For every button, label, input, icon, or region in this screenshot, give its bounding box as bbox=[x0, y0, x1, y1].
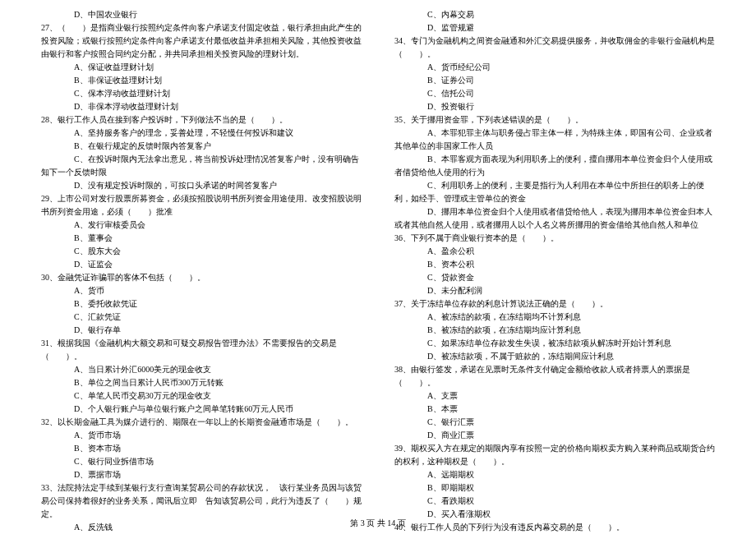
option-line: B、董事会 bbox=[41, 232, 362, 245]
option-line: D、银行存单 bbox=[41, 324, 362, 337]
option-line: A、货币经纪公司 bbox=[394, 61, 715, 74]
option-line: C、利用职务上的便利，主要是指行为人利用在本单位中所担任的职务上的便利，如经手、… bbox=[394, 179, 715, 205]
question-line: 35、关于挪用资金罪，下列表述错误的是（ ）。 bbox=[394, 113, 715, 127]
option-line: D、票据市场 bbox=[41, 468, 362, 481]
option-line: C、汇款凭证 bbox=[41, 311, 362, 324]
question-line: 32、以长期金融工具为媒介进行的、期限在一年以上的长期资金融通市场是（ ）。 bbox=[41, 416, 362, 429]
option-line: D、证监会 bbox=[41, 258, 362, 271]
question-line: 39、期权买入方在规定的期限内享有按照一定的价格向期权卖方购入某种商品或期货合约… bbox=[394, 442, 715, 468]
question-line: 36、下列不属于商业银行资本的是（ ）。 bbox=[394, 232, 715, 245]
option-line: B、委托收款凭证 bbox=[41, 297, 362, 311]
question-line: 33、法院持法定手续到某银行支行查询某贸易公司的存款状况， 该行某业务员因与该贸… bbox=[41, 481, 362, 521]
question-line: 27、（ ）是指商业银行按照约定条件向客户承诺支付固定收益，银行承担由此产生的投… bbox=[41, 21, 362, 61]
option-line: B、在银行规定的反馈时限内答复客户 bbox=[41, 140, 362, 153]
option-line: A、当日累计外汇6000美元的现金收支 bbox=[41, 363, 362, 376]
option-line: D、被冻结款项，不属于赃款的，冻结期间应计利息 bbox=[394, 350, 715, 363]
option-line: A、远期期权 bbox=[394, 468, 715, 481]
option-line: A、货币 bbox=[41, 284, 362, 297]
two-column-layout: D、中国农业银行27、（ ）是指商业银行按照约定条件向客户承诺支付固定收益，银行… bbox=[41, 8, 715, 501]
option-line: B、资本公积 bbox=[394, 258, 715, 271]
left-column: D、中国农业银行27、（ ）是指商业银行按照约定条件向客户承诺支付固定收益，银行… bbox=[41, 8, 362, 501]
option-line: A、保证收益理财计划 bbox=[41, 61, 362, 74]
option-line: B、单位之间当日累计人民币300万元转账 bbox=[41, 376, 362, 389]
option-line: C、内幕交易 bbox=[394, 8, 715, 21]
option-line: C、信托公司 bbox=[394, 87, 715, 100]
question-line: 38、由银行签发，承诺在见票时无条件支付确定金额给收款人或者持票人的票据是（ ）… bbox=[394, 363, 715, 389]
option-line: B、被冻结的款项，在冻结期均应计算利息 bbox=[394, 324, 715, 337]
option-line: B、证券公司 bbox=[394, 74, 715, 87]
option-line: B、本票 bbox=[394, 403, 715, 416]
option-line: C、贷款资金 bbox=[394, 271, 715, 284]
question-line: 34、专门为金融机构之间资金融通和外汇交易提供服务，并收取佣金的非银行金融机构是… bbox=[394, 35, 715, 61]
option-line: C、看跌期权 bbox=[394, 495, 715, 508]
option-line: B、非保证收益理财计划 bbox=[41, 74, 362, 87]
option-line: A、货币市场 bbox=[41, 429, 362, 442]
page-footer: 第 3 页 共 14 页 bbox=[0, 517, 756, 530]
option-line: D、个人银行账户与单位银行账户之间单笔转账60万元人民币 bbox=[41, 403, 362, 416]
question-line: 30、金融凭证诈骗罪的客体不包括（ ）。 bbox=[41, 271, 362, 284]
question-line: 37、关于冻结单位存款的利息计算说法正确的是（ ）。 bbox=[394, 297, 715, 311]
question-line: 28、银行工作人员在接到客户投诉时，下列做法不当的是（ ）。 bbox=[41, 113, 362, 127]
option-line: D、非保本浮动收益理财计划 bbox=[41, 100, 362, 113]
option-line: B、即期期权 bbox=[394, 481, 715, 495]
option-line: D、没有规定投诉时限的，可按口头承诺的时间答复客户 bbox=[41, 179, 362, 192]
option-line: C、单笔人民币交易30万元的现金收支 bbox=[41, 389, 362, 403]
question-line: 31、根据我国《金融机构大额交易和可疑交易报告管理办法》不需要报告的交易是（ ）… bbox=[41, 337, 362, 363]
option-line: C、在投诉时限内无法拿出意见，将当前投诉处理情况答复客户时，没有明确告知下一个反… bbox=[41, 153, 362, 179]
option-line: C、银行同业拆借市场 bbox=[41, 455, 362, 468]
right-column: C、内幕交易D、监管规避34、专门为金融机构之间资金融通和外汇交易提供服务，并收… bbox=[394, 8, 715, 501]
option-line: D、中国农业银行 bbox=[41, 8, 362, 21]
option-line: A、发行审核委员会 bbox=[41, 219, 362, 232]
option-line: A、被冻结的款项，在冻结期均不计算利息 bbox=[394, 311, 715, 324]
option-line: B、本罪客观方面表现为利用职务上的便利，擅自挪用本单位资金归个人使用或者借贷给他… bbox=[394, 153, 715, 179]
option-line: B、资本市场 bbox=[41, 442, 362, 455]
option-line: D、商业汇票 bbox=[394, 429, 715, 442]
option-line: A、盈余公积 bbox=[394, 245, 715, 258]
option-line: A、坚持服务客户的理念，妥善处理，不轻慢任何投诉和建议 bbox=[41, 127, 362, 140]
option-line: C、保本浮动收益理财计划 bbox=[41, 87, 362, 100]
option-line: A、支票 bbox=[394, 389, 715, 403]
option-line: C、股东大会 bbox=[41, 245, 362, 258]
option-line: A、本罪犯罪主体与职务侵占罪主体一样，为特殊主体，即国有公司、企业或者其他单位的… bbox=[394, 127, 715, 153]
option-line: D、挪用本单位资金归个人使用或者借贷给他人，表现为挪用本单位资金归本人或者其他自… bbox=[394, 205, 715, 232]
option-line: D、投资银行 bbox=[394, 100, 715, 113]
option-line: C、如果冻结单位存款发生失误，被冻结款项从解冻时开始计算利息 bbox=[394, 337, 715, 350]
option-line: D、未分配利润 bbox=[394, 284, 715, 297]
option-line: D、监管规避 bbox=[394, 21, 715, 35]
question-line: 29、上市公司对发行股票所募资金，必须按招股说明书所列资金用途使用。改变招股说明… bbox=[41, 192, 362, 219]
option-line: C、银行汇票 bbox=[394, 416, 715, 429]
